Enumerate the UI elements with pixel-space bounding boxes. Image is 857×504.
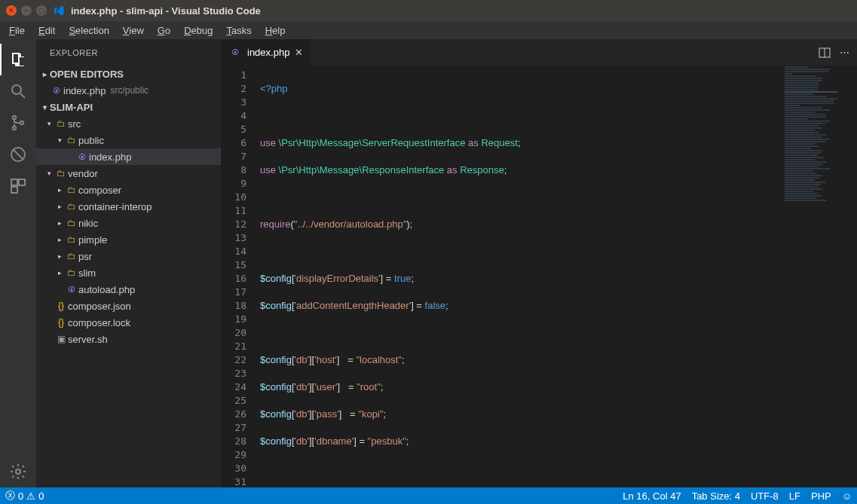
error-icon: ⓧ: [5, 489, 15, 502]
svg-rect-7: [11, 179, 17, 185]
folder-icon: 🗀: [54, 118, 68, 129]
shell-icon: ▣: [54, 334, 68, 344]
php-icon: ⦿: [228, 48, 242, 57]
svg-point-0: [12, 85, 21, 94]
tree-folder-container-interop[interactable]: ▸🗀container-interop: [36, 198, 221, 215]
menu-selection[interactable]: Selection: [63, 23, 115, 38]
menu-file[interactable]: File: [3, 23, 31, 38]
minimize-window-button[interactable]: –: [21, 5, 32, 16]
activitybar: [0, 39, 36, 487]
close-window-button[interactable]: ✕: [6, 5, 17, 16]
vscode-icon: [53, 5, 65, 17]
activity-search[interactable]: [0, 75, 36, 107]
svg-line-1: [20, 93, 25, 98]
folder-icon: 🗀: [65, 234, 78, 245]
tree-folder-nikic[interactable]: ▸🗀nikic: [36, 215, 221, 231]
tree-file-autoload[interactable]: ⦿autoload.php: [36, 281, 221, 298]
open-editor-item[interactable]: ⦿ index.php src/public: [36, 82, 221, 99]
svg-line-6: [13, 149, 23, 160]
editor-area: ⦿ index.php ✕ ⋯ 123456789101112131415161…: [221, 39, 857, 487]
folder-icon: 🗀: [65, 135, 78, 145]
tab-close-icon[interactable]: ✕: [295, 47, 303, 58]
folder-icon: 🗀: [65, 251, 78, 261]
window-controls: ✕ – ▢: [6, 5, 47, 16]
tab-label: index.php: [247, 47, 289, 58]
maximize-window-button[interactable]: ▢: [36, 5, 47, 16]
tree-folder-src[interactable]: ▾🗀src: [36, 115, 221, 132]
menu-view[interactable]: View: [117, 23, 150, 38]
php-icon: ⦿: [75, 153, 89, 161]
json-icon: {}: [54, 301, 68, 311]
sidebar: EXPLORER ▸OPEN EDITORS ⦿ index.php src/p…: [36, 39, 221, 487]
svg-point-3: [13, 127, 16, 130]
activity-settings[interactable]: [0, 456, 36, 487]
tree-folder-psr[interactable]: ▸🗀psr: [36, 248, 221, 264]
menu-go[interactable]: Go: [152, 23, 176, 38]
menubar: File Edit Selection View Go Debug Tasks …: [0, 21, 857, 39]
svg-rect-9: [11, 187, 17, 193]
open-editor-path: src/public: [110, 85, 148, 96]
folder-icon: 🗀: [65, 185, 78, 195]
status-language[interactable]: PHP: [806, 487, 837, 504]
gutter: 1234567891011121314151617181920212223242…: [221, 66, 257, 487]
tree-folder-slim[interactable]: ▸🗀slim: [36, 264, 221, 281]
folder-icon: 🗀: [65, 201, 78, 212]
menu-help[interactable]: Help: [259, 23, 292, 38]
svg-point-4: [20, 121, 23, 124]
tab-actions: ⋯: [811, 39, 857, 66]
tree-file-server-sh[interactable]: ▣server.sh: [36, 331, 221, 347]
tree-folder-composer[interactable]: ▸🗀composer: [36, 182, 221, 198]
status-feedback-icon[interactable]: ☺: [837, 487, 857, 504]
svg-rect-8: [19, 179, 25, 185]
warning-icon: ⚠: [26, 490, 35, 502]
statusbar: ⓧ0 ⚠0 Ln 16, Col 47 Tab Size: 4 UTF-8 LF…: [0, 487, 857, 504]
folder-icon: 🗀: [54, 168, 68, 179]
minimap[interactable]: [782, 66, 857, 487]
activity-explorer[interactable]: [0, 44, 36, 75]
menu-edit[interactable]: Edit: [32, 23, 61, 38]
tab-index-php[interactable]: ⦿ index.php ✕: [221, 39, 311, 66]
status-encoding[interactable]: UTF-8: [745, 487, 784, 504]
status-eol[interactable]: LF: [784, 487, 806, 504]
tree-folder-vendor[interactable]: ▾🗀vendor: [36, 165, 221, 182]
tree-folder-public[interactable]: ▾🗀public: [36, 132, 221, 148]
open-editor-name: index.php: [63, 85, 106, 96]
status-cursor[interactable]: Ln 16, Col 47: [617, 487, 686, 504]
project-header[interactable]: ▾SLIM-API: [36, 99, 221, 115]
split-editor-icon[interactable]: [819, 47, 831, 59]
tree-folder-pimple[interactable]: ▸🗀pimple: [36, 231, 221, 248]
php-icon: ⦿: [65, 286, 78, 294]
activity-debug[interactable]: [0, 139, 36, 170]
status-indent[interactable]: Tab Size: 4: [687, 487, 745, 504]
more-actions-icon[interactable]: ⋯: [840, 47, 849, 58]
svg-point-2: [13, 116, 16, 119]
tree-file-index-php[interactable]: ⦿index.php: [36, 148, 221, 165]
folder-icon: 🗀: [65, 267, 78, 278]
menu-debug[interactable]: Debug: [178, 23, 219, 38]
code-editor[interactable]: <?php use \Psr\Http\Message\ServerReques…: [257, 66, 782, 487]
tree-file-composer-lock[interactable]: {}composer.lock: [36, 314, 221, 331]
json-icon: {}: [54, 317, 68, 328]
status-problems[interactable]: ⓧ0 ⚠0: [0, 487, 49, 504]
window-title: index.php - slim-api - Visual Studio Cod…: [71, 5, 261, 17]
tabbar: ⦿ index.php ✕ ⋯: [221, 39, 857, 66]
svg-point-10: [16, 469, 20, 474]
menu-tasks[interactable]: Tasks: [220, 23, 257, 38]
activity-scm[interactable]: [0, 107, 36, 139]
activity-extensions[interactable]: [0, 170, 36, 202]
open-editors-header[interactable]: ▸OPEN EDITORS: [36, 66, 221, 82]
sidebar-title: EXPLORER: [36, 39, 221, 66]
titlebar: ✕ – ▢ index.php - slim-api - Visual Stud…: [0, 0, 857, 21]
tree-file-composer-json[interactable]: {}composer.json: [36, 298, 221, 314]
folder-icon: 🗀: [65, 218, 78, 228]
php-icon: ⦿: [50, 87, 63, 95]
